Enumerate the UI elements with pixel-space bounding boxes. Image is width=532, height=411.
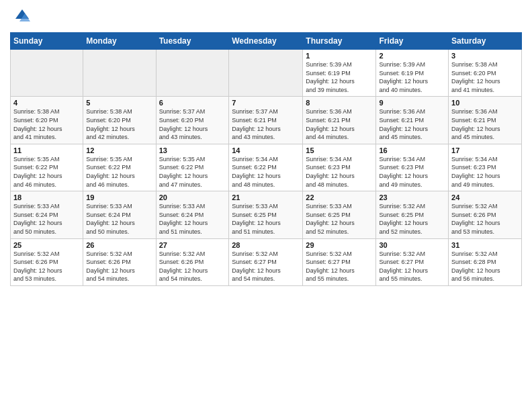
- weekday-header-monday: Monday: [83, 33, 156, 50]
- calendar-cell: 8Sunrise: 5:36 AM Sunset: 6:21 PM Daylig…: [303, 97, 376, 144]
- day-number: 20: [159, 193, 226, 201]
- day-number: 8: [306, 99, 373, 107]
- calendar-cell: [156, 50, 229, 97]
- day-info: Sunrise: 5:38 AM Sunset: 6:20 PM Dayligh…: [13, 107, 80, 141]
- calendar-cell: [229, 50, 303, 97]
- day-number: 4: [13, 99, 80, 107]
- day-info: Sunrise: 5:32 AM Sunset: 6:26 PM Dayligh…: [86, 250, 152, 283]
- day-info: Sunrise: 5:36 AM Sunset: 6:21 PM Dayligh…: [451, 107, 519, 141]
- calendar-cell: 14Sunrise: 5:34 AM Sunset: 6:22 PM Dayli…: [229, 144, 303, 191]
- day-number: 29: [306, 241, 373, 249]
- day-info: Sunrise: 5:36 AM Sunset: 6:21 PM Dayligh…: [379, 107, 445, 141]
- calendar-cell: 13Sunrise: 5:35 AM Sunset: 6:22 PM Dayli…: [156, 144, 229, 191]
- calendar-cell: 11Sunrise: 5:35 AM Sunset: 6:22 PM Dayli…: [11, 144, 83, 191]
- day-number: 11: [13, 146, 80, 154]
- day-info: Sunrise: 5:32 AM Sunset: 6:27 PM Dayligh…: [232, 250, 300, 283]
- day-info: Sunrise: 5:34 AM Sunset: 6:22 PM Dayligh…: [232, 155, 300, 189]
- day-number: 12: [86, 146, 152, 154]
- weekday-header-friday: Friday: [376, 33, 449, 50]
- week-row-3: 18Sunrise: 5:33 AM Sunset: 6:24 PM Dayli…: [11, 191, 522, 238]
- weekday-header-row: SundayMondayTuesdayWednesdayThursdayFrid…: [11, 33, 522, 50]
- day-number: 14: [232, 146, 300, 154]
- day-info: Sunrise: 5:32 AM Sunset: 6:25 PM Dayligh…: [379, 202, 445, 236]
- day-info: Sunrise: 5:38 AM Sunset: 6:20 PM Dayligh…: [86, 107, 152, 141]
- day-info: Sunrise: 5:38 AM Sunset: 6:20 PM Dayligh…: [451, 60, 519, 94]
- day-info: Sunrise: 5:33 AM Sunset: 6:25 PM Dayligh…: [306, 202, 373, 236]
- day-info: Sunrise: 5:37 AM Sunset: 6:20 PM Dayligh…: [159, 107, 226, 141]
- calendar-cell: 15Sunrise: 5:34 AM Sunset: 6:23 PM Dayli…: [303, 144, 376, 191]
- day-number: 3: [451, 52, 519, 60]
- calendar-cell: 27Sunrise: 5:32 AM Sunset: 6:26 PM Dayli…: [156, 238, 229, 285]
- logo-icon: [10, 7, 30, 27]
- day-number: 9: [379, 99, 445, 107]
- day-number: 26: [86, 241, 152, 249]
- day-number: 18: [13, 193, 80, 201]
- day-number: 10: [451, 99, 519, 107]
- calendar-cell: 26Sunrise: 5:32 AM Sunset: 6:26 PM Dayli…: [83, 238, 156, 285]
- day-info: Sunrise: 5:32 AM Sunset: 6:28 PM Dayligh…: [451, 250, 519, 283]
- day-info: Sunrise: 5:32 AM Sunset: 6:26 PM Dayligh…: [159, 250, 226, 283]
- calendar-cell: [11, 50, 83, 97]
- calendar-cell: [83, 50, 156, 97]
- calendar-cell: 3Sunrise: 5:38 AM Sunset: 6:20 PM Daylig…: [449, 50, 522, 97]
- header: [10, 7, 522, 27]
- calendar-cell: 18Sunrise: 5:33 AM Sunset: 6:24 PM Dayli…: [11, 191, 83, 238]
- day-number: 5: [86, 99, 152, 107]
- day-number: 2: [379, 52, 445, 60]
- weekday-header-thursday: Thursday: [303, 33, 376, 50]
- day-info: Sunrise: 5:32 AM Sunset: 6:26 PM Dayligh…: [451, 202, 519, 236]
- calendar-cell: 1Sunrise: 5:39 AM Sunset: 6:19 PM Daylig…: [303, 50, 376, 97]
- weekday-header-sunday: Sunday: [11, 33, 83, 50]
- day-info: Sunrise: 5:34 AM Sunset: 6:23 PM Dayligh…: [451, 155, 519, 189]
- day-number: 30: [379, 241, 445, 249]
- day-number: 28: [232, 241, 300, 249]
- calendar-cell: 12Sunrise: 5:35 AM Sunset: 6:22 PM Dayli…: [83, 144, 156, 191]
- day-info: Sunrise: 5:33 AM Sunset: 6:24 PM Dayligh…: [86, 202, 152, 236]
- day-number: 1: [306, 52, 373, 60]
- day-number: 23: [379, 193, 445, 201]
- day-number: 16: [379, 146, 445, 154]
- calendar-cell: 6Sunrise: 5:37 AM Sunset: 6:20 PM Daylig…: [156, 97, 229, 144]
- calendar-cell: 7Sunrise: 5:37 AM Sunset: 6:21 PM Daylig…: [229, 97, 303, 144]
- day-info: Sunrise: 5:34 AM Sunset: 6:23 PM Dayligh…: [379, 155, 445, 189]
- calendar-cell: 24Sunrise: 5:32 AM Sunset: 6:26 PM Dayli…: [449, 191, 522, 238]
- calendar-cell: 10Sunrise: 5:36 AM Sunset: 6:21 PM Dayli…: [449, 97, 522, 144]
- day-info: Sunrise: 5:36 AM Sunset: 6:21 PM Dayligh…: [306, 107, 373, 141]
- day-number: 6: [159, 99, 226, 107]
- day-info: Sunrise: 5:37 AM Sunset: 6:21 PM Dayligh…: [232, 107, 300, 141]
- weekday-header-wednesday: Wednesday: [229, 33, 303, 50]
- week-row-0: 1Sunrise: 5:39 AM Sunset: 6:19 PM Daylig…: [11, 50, 522, 97]
- calendar-cell: 25Sunrise: 5:32 AM Sunset: 6:26 PM Dayli…: [11, 238, 83, 285]
- calendar-cell: 19Sunrise: 5:33 AM Sunset: 6:24 PM Dayli…: [83, 191, 156, 238]
- calendar: SundayMondayTuesdayWednesdayThursdayFrid…: [10, 32, 522, 286]
- day-number: 19: [86, 193, 152, 201]
- day-number: 15: [306, 146, 373, 154]
- day-info: Sunrise: 5:32 AM Sunset: 6:27 PM Dayligh…: [306, 250, 373, 283]
- day-number: 21: [232, 193, 300, 201]
- day-info: Sunrise: 5:35 AM Sunset: 6:22 PM Dayligh…: [159, 155, 226, 189]
- day-info: Sunrise: 5:35 AM Sunset: 6:22 PM Dayligh…: [86, 155, 152, 189]
- day-number: 17: [451, 146, 519, 154]
- calendar-cell: 17Sunrise: 5:34 AM Sunset: 6:23 PM Dayli…: [449, 144, 522, 191]
- day-number: 22: [306, 193, 373, 201]
- calendar-cell: 23Sunrise: 5:32 AM Sunset: 6:25 PM Dayli…: [376, 191, 449, 238]
- day-info: Sunrise: 5:39 AM Sunset: 6:19 PM Dayligh…: [379, 60, 445, 94]
- page: SundayMondayTuesdayWednesdayThursdayFrid…: [0, 0, 532, 411]
- weekday-header-saturday: Saturday: [449, 33, 522, 50]
- calendar-cell: 28Sunrise: 5:32 AM Sunset: 6:27 PM Dayli…: [229, 238, 303, 285]
- calendar-cell: 5Sunrise: 5:38 AM Sunset: 6:20 PM Daylig…: [83, 97, 156, 144]
- day-number: 31: [451, 241, 519, 249]
- week-row-2: 11Sunrise: 5:35 AM Sunset: 6:22 PM Dayli…: [11, 144, 522, 191]
- calendar-cell: 22Sunrise: 5:33 AM Sunset: 6:25 PM Dayli…: [303, 191, 376, 238]
- calendar-cell: 30Sunrise: 5:32 AM Sunset: 6:27 PM Dayli…: [376, 238, 449, 285]
- day-number: 27: [159, 241, 226, 249]
- calendar-cell: 4Sunrise: 5:38 AM Sunset: 6:20 PM Daylig…: [11, 97, 83, 144]
- day-info: Sunrise: 5:33 AM Sunset: 6:24 PM Dayligh…: [159, 202, 226, 236]
- day-info: Sunrise: 5:39 AM Sunset: 6:19 PM Dayligh…: [306, 60, 373, 94]
- calendar-cell: 16Sunrise: 5:34 AM Sunset: 6:23 PM Dayli…: [376, 144, 449, 191]
- day-info: Sunrise: 5:33 AM Sunset: 6:24 PM Dayligh…: [13, 202, 80, 236]
- weekday-header-tuesday: Tuesday: [156, 33, 229, 50]
- day-number: 13: [159, 146, 226, 154]
- day-info: Sunrise: 5:34 AM Sunset: 6:23 PM Dayligh…: [306, 155, 373, 189]
- day-info: Sunrise: 5:32 AM Sunset: 6:26 PM Dayligh…: [13, 250, 80, 283]
